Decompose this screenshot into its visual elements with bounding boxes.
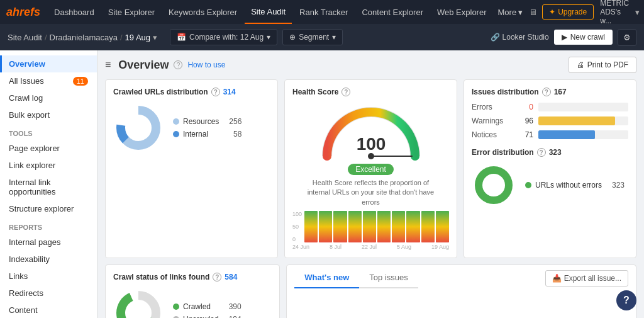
warnings-row: Warnings 96 xyxy=(472,116,628,125)
notices-bar xyxy=(538,130,595,139)
sidebar-item-link-explorer[interactable]: Link explorer xyxy=(0,157,97,174)
tab-whats-new[interactable]: What's new xyxy=(294,268,359,288)
breadcrumb-domain[interactable]: Dradanielamacaya xyxy=(50,33,118,42)
nav-content-explorer[interactable]: Content Explorer xyxy=(355,0,430,24)
sidebar-item-crawl-log[interactable]: Crawl log xyxy=(0,89,97,106)
issues-distribution-title: Issues distribution ? 167 xyxy=(472,88,628,96)
crawled-donut-container: Resources 256 Internal 58 xyxy=(113,103,270,153)
issues-distribution-card: Issues distribution ? 167 Errors 0 Warni… xyxy=(464,79,636,258)
info-icon: ? xyxy=(542,88,551,96)
info-icon: ? xyxy=(174,60,182,69)
sidebar-item-overview[interactable]: Overview xyxy=(0,55,97,72)
monitor-icon: 🖥 xyxy=(529,8,537,17)
notices-row: Notices 71 xyxy=(472,130,628,139)
error-donut-container: URLs without errors 323 xyxy=(472,163,628,207)
print-button[interactable]: 🖨 Print to PDF xyxy=(569,57,636,73)
chevron-down-icon: ▾ xyxy=(153,33,157,42)
legend-uncrawled: Uncrawled 194 xyxy=(173,315,242,318)
play-icon: ▶ xyxy=(562,33,567,42)
export-all-button[interactable]: 📥 Export all issue... xyxy=(545,270,628,287)
sidebar-item-structure-explorer[interactable]: Structure explorer xyxy=(0,200,97,217)
tab-top-issues[interactable]: Top issues xyxy=(359,268,418,288)
sidebar-item-all-issues[interactable]: All Issues 11 xyxy=(0,72,97,89)
bottom-grid: Crawl status of links found ? 584 Crawle… xyxy=(105,264,636,318)
breadcrumb-site-audit[interactable]: Site Audit xyxy=(8,33,42,42)
info-icon: ? xyxy=(537,148,546,157)
chevron-down-icon: ▾ xyxy=(635,8,640,17)
sidebar-item-internal-pages[interactable]: Internal pages xyxy=(0,234,97,251)
warnings-bar xyxy=(538,116,615,125)
menu-icon[interactable]: ≡ xyxy=(105,59,111,71)
sidebar-item-indexability[interactable]: Indexability xyxy=(0,251,97,268)
health-card-content: 100 Excellent Health Score reflects the … xyxy=(292,103,449,250)
looker-studio-button[interactable]: 🔗 Looker Studio xyxy=(491,33,549,42)
segment-button[interactable]: ⊕ Segment ▾ xyxy=(282,29,343,45)
right-controls: 🔗 Looker Studio ▶ New crawl ⚙ xyxy=(491,29,636,46)
legend-crawled: Crawled 390 xyxy=(173,302,242,311)
compare-button[interactable]: 📅 Compare with: 12 Aug ▾ xyxy=(170,29,277,45)
calendar-icon: 📅 xyxy=(177,33,186,42)
nav-keywords-explorer[interactable]: Keywords Explorer xyxy=(162,0,243,24)
issues-total-count: 167 xyxy=(554,88,567,96)
crawled-count: 314 xyxy=(223,88,236,96)
new-crawl-button[interactable]: ▶ New crawl xyxy=(554,30,613,45)
error-donut-chart xyxy=(472,163,516,207)
how-to-use-link[interactable]: How to use xyxy=(187,60,225,69)
settings-button[interactable]: ⚙ xyxy=(618,29,636,46)
reports-section-label: Reports xyxy=(0,217,97,234)
crawl-legend: Crawled 390 Uncrawled 194 xyxy=(173,302,242,318)
legend-internal: Internal 58 xyxy=(173,130,242,139)
internal-dot xyxy=(173,131,179,137)
legend-resources: Resources 256 xyxy=(173,117,242,126)
crawled-donut-chart xyxy=(113,103,164,153)
more-menu[interactable]: More ▾ xyxy=(494,8,527,17)
crawl-status-title: Crawl status of links found ? 584 xyxy=(113,273,272,281)
top-navigation: ahrefs Dashboard Site Explorer Keywords … xyxy=(0,0,644,24)
error-distribution-title: Error distribution ? 323 xyxy=(472,148,628,157)
svg-point-4 xyxy=(368,153,374,159)
page-title: Overview xyxy=(118,59,169,72)
nav-site-audit[interactable]: Site Audit xyxy=(245,0,292,24)
svg-point-7 xyxy=(483,174,504,196)
sidebar-item-content[interactable]: Content xyxy=(0,302,97,318)
looker-icon: 🔗 xyxy=(491,33,500,42)
svg-point-2 xyxy=(126,115,151,140)
sidebar-item-bulk-export[interactable]: Bulk export xyxy=(0,106,97,123)
download-icon: 📥 xyxy=(552,274,562,283)
info-icon: ? xyxy=(213,273,221,281)
info-icon: ? xyxy=(211,88,220,96)
sidebar-item-redirects[interactable]: Redirects xyxy=(0,285,97,302)
help-button[interactable]: ? xyxy=(616,290,636,310)
main-content: ≡ Overview ? How to use 🖨 Print to PDF C… xyxy=(97,50,644,318)
crawl-status-count: 584 xyxy=(225,273,237,281)
info-icon: ? xyxy=(341,88,350,96)
health-score-card: Health Score ? xyxy=(284,79,457,258)
sidebar-item-page-explorer[interactable]: Page explorer xyxy=(0,140,97,157)
content-header: ≡ Overview ? How to use 🖨 Print to PDF xyxy=(105,57,636,73)
main-layout: Overview All Issues 11 Crawl log Bulk ex… xyxy=(0,50,644,318)
secondary-navigation: Site Audit / Dradanielamacaya / 19 Aug ▾… xyxy=(0,24,644,50)
bottom-tabs-card: What's new Top issues 📥 Export all issue… xyxy=(286,264,636,318)
crawled-urls-card: Crawled URLs distribution ? 314 Resource… xyxy=(105,79,278,258)
svg-text:100: 100 xyxy=(356,134,386,154)
nav-rank-tracker[interactable]: Rank Tracker xyxy=(293,0,354,24)
printer-icon: 🖨 xyxy=(577,60,584,69)
issues-rows: Errors 0 Warnings 96 Notic xyxy=(472,103,628,139)
more-label: More xyxy=(498,8,517,17)
error-row: Errors 0 xyxy=(472,103,628,111)
gear-icon: ⚙ xyxy=(623,33,631,42)
username[interactable]: METRIC ADS's w... xyxy=(595,0,634,25)
sidebar-item-internal-link-opportunities[interactable]: Internal link opportunities xyxy=(0,174,97,200)
warnings-bar-container xyxy=(538,116,628,125)
sidebar-item-links[interactable]: Links xyxy=(0,268,97,285)
urls-no-errors-dot xyxy=(525,182,531,188)
tabs-header: What's new Top issues 📥 Export all issue… xyxy=(287,265,636,288)
upgrade-button[interactable]: ✦ Upgrade xyxy=(542,4,594,20)
nav-dashboard[interactable]: Dashboard xyxy=(48,0,101,24)
chevron-down-icon: ▾ xyxy=(267,33,270,42)
chevron-down-icon: ▾ xyxy=(332,33,336,42)
nav-web-explorer[interactable]: Web Explorer xyxy=(431,0,493,24)
notices-bar-container xyxy=(538,130,628,139)
nav-site-explorer[interactable]: Site Explorer xyxy=(102,0,161,24)
breadcrumb-date[interactable]: 19 Aug xyxy=(125,33,151,42)
